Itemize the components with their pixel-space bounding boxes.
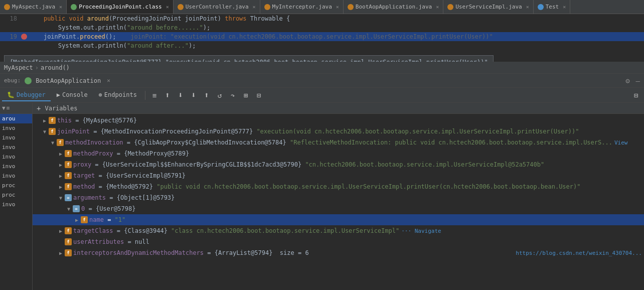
expand-joinpoint[interactable]: ▼ xyxy=(41,127,49,135)
var-icon-this: f xyxy=(49,117,56,124)
tab-test-close[interactable]: ✕ xyxy=(563,4,566,10)
console-label: Console xyxy=(62,91,88,98)
var-interceptors[interactable]: ▶ f interceptorsAndDynamicMethodMatchers… xyxy=(33,247,644,258)
expand-target[interactable]: ▶ xyxy=(57,172,65,180)
expand-methodproxy[interactable]: ▶ xyxy=(57,150,65,158)
tab-proceedingjoinpoint-close[interactable]: ✕ xyxy=(166,4,169,10)
frame-item-invo-2[interactable]: invo xyxy=(0,133,32,142)
tab-myaspect-close[interactable]: ✕ xyxy=(59,4,62,10)
var-joinpoint[interactable]: ▼ f joinPoint = {MethodInvocationProceed… xyxy=(33,126,644,137)
expand-interceptors[interactable]: ▶ xyxy=(57,249,65,257)
var-targetclass[interactable]: ▶ f targetClass = {Class@3944} "class cn… xyxy=(33,225,644,236)
frame-item-invo-1[interactable]: invo xyxy=(0,123,32,133)
toolbar-btn-resume[interactable]: ↷ xyxy=(227,89,239,101)
tab-userserviceimpl-label: UserServiceImpl.java xyxy=(455,4,522,10)
tab-userserviceimpl-close[interactable]: ✕ xyxy=(526,4,529,10)
var-icon-target: f xyxy=(65,172,72,179)
var-icon-method: f xyxy=(65,183,72,190)
tab-proceedingjoinpoint[interactable]: ProceedingJoinPoint.class ✕ xyxy=(67,0,174,14)
tab-proceedingjoinpoint-label: ProceedingJoinPoint.class xyxy=(79,4,162,10)
code-editor: 18 public void around(ProceedingJoinPoin… xyxy=(0,14,644,62)
var-methodproxy[interactable]: ▶ f methodProxy = {MethodProxy@5789} xyxy=(33,148,644,159)
tab-usercontroller[interactable]: UserController.java ✕ xyxy=(174,0,260,14)
tab-myinterceptor-close[interactable]: ✕ xyxy=(336,4,339,10)
toolbar-btn-layout[interactable]: ⊟ xyxy=(630,89,642,101)
frame-item-invo-4[interactable]: invo xyxy=(0,152,32,162)
debug-session-close[interactable]: ✕ xyxy=(107,77,110,84)
var-methodinvocation[interactable]: ▼ f methodInvocation = {CglibAopProxy$Cg… xyxy=(33,137,644,148)
expand-name[interactable]: ▶ xyxy=(73,216,81,224)
var-arg-0[interactable]: ▼ = 0 = {User@5798} xyxy=(33,203,644,214)
var-arguments[interactable]: ▼ = arguments = {Object[1]@5793} xyxy=(33,192,644,203)
code-line-19: 19 joinPoint.proceed(); joinPoint: "exec… xyxy=(0,32,644,41)
var-method[interactable]: ▶ f method = {Method@5792} "public void … xyxy=(33,181,644,192)
tab-userserviceimpl[interactable]: UserServiceImpl.java ✕ xyxy=(443,0,533,14)
toolbar-btn-grid[interactable]: ⊞ xyxy=(240,89,252,101)
var-this[interactable]: ▶ f this = {MyAspect@5776} xyxy=(33,115,644,126)
debug-main-panel: ▼ ≡ arou invo invo invo invo invo invo p… xyxy=(0,103,644,290)
expand-this[interactable]: ▶ xyxy=(41,116,49,124)
frame-item-arou[interactable]: arou xyxy=(0,114,32,123)
debug-label: ebug: xyxy=(4,77,21,84)
var-userattributes[interactable]: ▶ f userAttributes = null xyxy=(33,236,644,247)
frame-item-invo-3[interactable]: invo xyxy=(0,142,32,152)
tab-myinterceptor-label: MyInterceptor.java xyxy=(272,4,332,10)
expand-targetclass[interactable]: ▶ xyxy=(57,227,65,235)
toolbar-btn-list[interactable]: ⊟ xyxy=(253,89,265,101)
settings-icon[interactable]: ⚙ xyxy=(625,77,629,85)
tab-bootaop[interactable]: BootAopApplication.java ✕ xyxy=(344,0,443,14)
toolbar-btn-step-over[interactable]: ⬆ xyxy=(162,89,174,101)
java-icon-5 xyxy=(447,4,453,10)
tab-usercontroller-close[interactable]: ✕ xyxy=(253,4,256,10)
frame-item-proc-1[interactable]: proc xyxy=(0,181,32,190)
endpoints-icon: ⊛ xyxy=(99,91,102,98)
var-target[interactable]: ▶ f target = {UserServiceImpl@5791} xyxy=(33,170,644,181)
breakpoint-19 xyxy=(21,34,27,40)
java-icon-2 xyxy=(178,4,184,10)
var-icon-methodinvocation: f xyxy=(57,139,64,146)
var-icon-proxy: f xyxy=(65,161,72,168)
var-icon-userattributes: f xyxy=(65,238,72,245)
line-number-19: 19 xyxy=(2,33,17,40)
tab-endpoints[interactable]: ⊛ Endpoints xyxy=(94,89,142,101)
frame-item-invo-6[interactable]: invo xyxy=(0,171,32,181)
frame-item-proc-2[interactable]: proc xyxy=(0,190,32,200)
expand-method[interactable]: ▶ xyxy=(57,183,65,191)
debugger-icon: 🐛 xyxy=(7,91,15,98)
breadcrumb: MyAspect › around() xyxy=(0,62,644,74)
tab-bootaop-close[interactable]: ✕ xyxy=(436,4,439,10)
minimize-icon[interactable]: — xyxy=(636,77,640,85)
toolbar-btn-rerun[interactable]: ↺ xyxy=(214,89,226,101)
var-proxy[interactable]: ▶ f proxy = {UserServiceImpl$$EnhancerBy… xyxy=(33,159,644,170)
tab-debugger[interactable]: 🐛 Debugger xyxy=(2,89,51,101)
frame-item-invo-7[interactable]: invo xyxy=(0,200,32,209)
variables-add-btn[interactable]: + xyxy=(37,104,41,112)
code-content-19: joinPoint.proceed(); joinPoint: "executi… xyxy=(29,33,644,40)
expand-arguments[interactable]: ▼ xyxy=(57,194,65,202)
code-content-20: System.out.println("around after..."); xyxy=(29,42,196,49)
debug-toolbar: 🐛 Debugger ▶ Console ⊛ Endpoints ≡ ⬆ ⬇ ⬇… xyxy=(0,88,644,103)
expand-arg-0[interactable]: ▼ xyxy=(65,205,73,213)
toolbar-btn-run-to-cursor[interactable]: ⬆ xyxy=(201,89,213,101)
tab-myaspect[interactable]: MyAspect.java ✕ xyxy=(0,0,67,14)
toolbar-right: ⊟ xyxy=(630,89,642,101)
frame-item-invo-5[interactable]: invo xyxy=(0,162,32,171)
navigate-targetclass[interactable]: ··· Navigate xyxy=(401,228,441,234)
toolbar-btn-step-out[interactable]: ⬇ xyxy=(188,89,200,101)
navigate-methodinvocation[interactable]: View xyxy=(614,139,628,146)
frames-header-icon: ▼ xyxy=(2,105,6,111)
status-url: https://blog.csdn.net/weixin_430704... xyxy=(516,250,642,256)
tab-console[interactable]: ▶ Console xyxy=(52,89,93,101)
expand-methodinvocation[interactable]: ▼ xyxy=(49,138,57,147)
tab-test[interactable]: Test ✕ xyxy=(534,0,571,14)
test-icon xyxy=(538,4,544,10)
tab-bar: MyAspect.java ✕ ProceedingJoinPoint.clas… xyxy=(0,0,644,14)
var-name[interactable]: ▶ f name = "1" xyxy=(33,214,644,225)
breadcrumb-separator: › xyxy=(35,64,39,71)
tab-myinterceptor[interactable]: MyInterceptor.java ✕ xyxy=(260,0,344,14)
toolbar-btn-step-into[interactable]: ⬇ xyxy=(175,89,187,101)
toolbar-btn-menu[interactable]: ≡ xyxy=(148,89,160,101)
var-icon-joinpoint: f xyxy=(49,128,56,135)
expand-proxy[interactable]: ▶ xyxy=(57,161,65,169)
debug-session-header: ebug: BootAopApplication ✕ ⚙ — xyxy=(0,74,644,88)
